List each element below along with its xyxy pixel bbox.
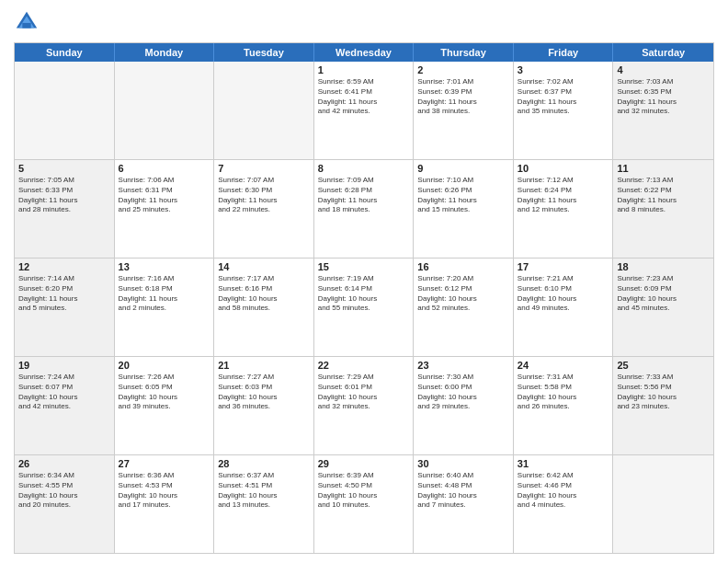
day-info: Sunrise: 6:59 AM Sunset: 6:41 PM Dayligh… — [318, 77, 410, 117]
day-info: Sunrise: 7:30 AM Sunset: 6:00 PM Dayligh… — [417, 373, 509, 412]
cal-cell: 2Sunrise: 7:01 AM Sunset: 6:39 PM Daylig… — [414, 62, 514, 159]
day-info: Sunrise: 7:09 AM Sunset: 6:28 PM Dayligh… — [318, 176, 410, 215]
calendar-header-row: SundayMondayTuesdayWednesdayThursdayFrid… — [15, 43, 713, 62]
day-info: Sunrise: 6:34 AM Sunset: 4:55 PM Dayligh… — [18, 471, 110, 511]
day-info: Sunrise: 7:27 AM Sunset: 6:03 PM Dayligh… — [218, 373, 310, 412]
cal-cell: 5Sunrise: 7:05 AM Sunset: 6:33 PM Daylig… — [15, 160, 115, 258]
day-number: 9 — [417, 163, 509, 174]
day-number: 19 — [18, 360, 110, 371]
day-number: 22 — [318, 360, 410, 371]
cal-cell: 13Sunrise: 7:16 AM Sunset: 6:18 PM Dayli… — [115, 259, 215, 356]
cal-cell: 31Sunrise: 6:42 AM Sunset: 4:46 PM Dayli… — [514, 455, 614, 553]
day-info: Sunrise: 7:12 AM Sunset: 6:24 PM Dayligh… — [518, 176, 609, 215]
day-number: 24 — [518, 360, 609, 371]
day-number: 10 — [518, 163, 609, 174]
day-number: 2 — [417, 64, 509, 75]
cal-cell: 11Sunrise: 7:13 AM Sunset: 6:22 PM Dayli… — [613, 160, 713, 258]
cal-cell: 12Sunrise: 7:14 AM Sunset: 6:20 PM Dayli… — [15, 259, 115, 356]
cal-cell — [115, 62, 215, 159]
cal-cell: 19Sunrise: 7:24 AM Sunset: 6:07 PM Dayli… — [15, 357, 115, 454]
day-info: Sunrise: 7:14 AM Sunset: 6:20 PM Dayligh… — [18, 274, 110, 314]
cal-cell: 30Sunrise: 6:40 AM Sunset: 4:48 PM Dayli… — [414, 455, 514, 553]
day-number: 31 — [518, 458, 609, 469]
day-number: 5 — [18, 163, 110, 174]
logo — [14, 9, 43, 35]
cal-cell: 28Sunrise: 6:37 AM Sunset: 4:51 PM Dayli… — [214, 455, 314, 553]
day-number: 8 — [318, 163, 410, 174]
day-number: 18 — [617, 261, 710, 272]
cal-cell: 16Sunrise: 7:20 AM Sunset: 6:12 PM Dayli… — [414, 259, 514, 356]
day-info: Sunrise: 6:36 AM Sunset: 4:53 PM Dayligh… — [119, 471, 210, 511]
day-number: 13 — [119, 261, 210, 272]
day-info: Sunrise: 7:06 AM Sunset: 6:31 PM Dayligh… — [119, 176, 210, 215]
day-number: 26 — [18, 458, 110, 469]
day-info: Sunrise: 7:16 AM Sunset: 6:18 PM Dayligh… — [119, 274, 210, 314]
day-number: 16 — [417, 261, 509, 272]
day-number: 1 — [318, 64, 410, 75]
day-number: 3 — [518, 64, 609, 75]
cal-cell: 29Sunrise: 6:39 AM Sunset: 4:50 PM Dayli… — [314, 455, 415, 553]
cal-header-friday: Friday — [514, 43, 614, 62]
day-number: 29 — [318, 458, 410, 469]
day-number: 11 — [617, 163, 710, 174]
cal-cell: 17Sunrise: 7:21 AM Sunset: 6:10 PM Dayli… — [514, 259, 614, 356]
cal-header-sunday: Sunday — [15, 43, 115, 62]
logo-icon — [14, 9, 40, 35]
cal-week-1: 5Sunrise: 7:05 AM Sunset: 6:33 PM Daylig… — [15, 159, 713, 258]
cal-cell: 6Sunrise: 7:06 AM Sunset: 6:31 PM Daylig… — [115, 160, 215, 258]
day-number: 25 — [617, 360, 710, 371]
day-info: Sunrise: 7:13 AM Sunset: 6:22 PM Dayligh… — [617, 176, 710, 215]
cal-cell: 7Sunrise: 7:07 AM Sunset: 6:30 PM Daylig… — [214, 160, 314, 258]
cal-cell: 20Sunrise: 7:26 AM Sunset: 6:05 PM Dayli… — [115, 357, 215, 454]
day-info: Sunrise: 7:01 AM Sunset: 6:39 PM Dayligh… — [417, 77, 509, 117]
day-number: 28 — [218, 458, 310, 469]
day-info: Sunrise: 7:31 AM Sunset: 5:58 PM Dayligh… — [518, 373, 609, 412]
cal-cell: 18Sunrise: 7:23 AM Sunset: 6:09 PM Dayli… — [613, 259, 713, 356]
day-number: 14 — [218, 261, 310, 272]
cal-cell: 8Sunrise: 7:09 AM Sunset: 6:28 PM Daylig… — [314, 160, 415, 258]
day-info: Sunrise: 7:20 AM Sunset: 6:12 PM Dayligh… — [417, 274, 509, 314]
cal-cell: 4Sunrise: 7:03 AM Sunset: 6:35 PM Daylig… — [613, 62, 713, 159]
cal-cell: 25Sunrise: 7:33 AM Sunset: 5:56 PM Dayli… — [613, 357, 713, 454]
day-number: 23 — [417, 360, 509, 371]
day-info: Sunrise: 7:24 AM Sunset: 6:07 PM Dayligh… — [18, 373, 110, 412]
day-number: 30 — [417, 458, 509, 469]
day-info: Sunrise: 6:37 AM Sunset: 4:51 PM Dayligh… — [218, 471, 310, 511]
cal-header-thursday: Thursday — [414, 43, 514, 62]
day-number: 12 — [18, 261, 110, 272]
day-info: Sunrise: 7:26 AM Sunset: 6:05 PM Dayligh… — [119, 373, 210, 412]
cal-cell: 24Sunrise: 7:31 AM Sunset: 5:58 PM Dayli… — [514, 357, 614, 454]
day-number: 17 — [518, 261, 609, 272]
day-info: Sunrise: 6:40 AM Sunset: 4:48 PM Dayligh… — [417, 471, 509, 511]
day-number: 20 — [119, 360, 210, 371]
day-number: 21 — [218, 360, 310, 371]
cal-week-0: 1Sunrise: 6:59 AM Sunset: 6:41 PM Daylig… — [15, 62, 713, 159]
calendar-body: 1Sunrise: 6:59 AM Sunset: 6:41 PM Daylig… — [15, 62, 713, 553]
cal-cell: 26Sunrise: 6:34 AM Sunset: 4:55 PM Dayli… — [15, 455, 115, 553]
cal-cell: 10Sunrise: 7:12 AM Sunset: 6:24 PM Dayli… — [514, 160, 614, 258]
day-info: Sunrise: 7:33 AM Sunset: 5:56 PM Dayligh… — [617, 373, 710, 412]
cal-week-3: 19Sunrise: 7:24 AM Sunset: 6:07 PM Dayli… — [15, 356, 713, 454]
cal-cell: 27Sunrise: 6:36 AM Sunset: 4:53 PM Dayli… — [115, 455, 215, 553]
day-number: 27 — [119, 458, 210, 469]
cal-cell: 9Sunrise: 7:10 AM Sunset: 6:26 PM Daylig… — [414, 160, 514, 258]
day-info: Sunrise: 6:39 AM Sunset: 4:50 PM Dayligh… — [318, 471, 410, 511]
day-info: Sunrise: 6:42 AM Sunset: 4:46 PM Dayligh… — [518, 471, 609, 511]
day-info: Sunrise: 7:21 AM Sunset: 6:10 PM Dayligh… — [518, 274, 609, 314]
day-number: 6 — [119, 163, 210, 174]
cal-cell: 15Sunrise: 7:19 AM Sunset: 6:14 PM Dayli… — [314, 259, 415, 356]
cal-cell: 23Sunrise: 7:30 AM Sunset: 6:00 PM Dayli… — [414, 357, 514, 454]
cal-week-2: 12Sunrise: 7:14 AM Sunset: 6:20 PM Dayli… — [15, 258, 713, 356]
day-info: Sunrise: 7:02 AM Sunset: 6:37 PM Dayligh… — [518, 77, 609, 117]
cal-cell: 21Sunrise: 7:27 AM Sunset: 6:03 PM Dayli… — [214, 357, 314, 454]
day-info: Sunrise: 7:17 AM Sunset: 6:16 PM Dayligh… — [218, 274, 310, 314]
cal-cell — [15, 62, 115, 159]
day-info: Sunrise: 7:29 AM Sunset: 6:01 PM Dayligh… — [318, 373, 410, 412]
cal-header-monday: Monday — [115, 43, 215, 62]
calendar: SundayMondayTuesdayWednesdayThursdayFrid… — [14, 42, 714, 554]
day-info: Sunrise: 7:19 AM Sunset: 6:14 PM Dayligh… — [318, 274, 410, 314]
cal-header-wednesday: Wednesday — [314, 43, 415, 62]
header — [14, 9, 714, 35]
cal-cell — [214, 62, 314, 159]
cal-cell: 1Sunrise: 6:59 AM Sunset: 6:41 PM Daylig… — [314, 62, 415, 159]
